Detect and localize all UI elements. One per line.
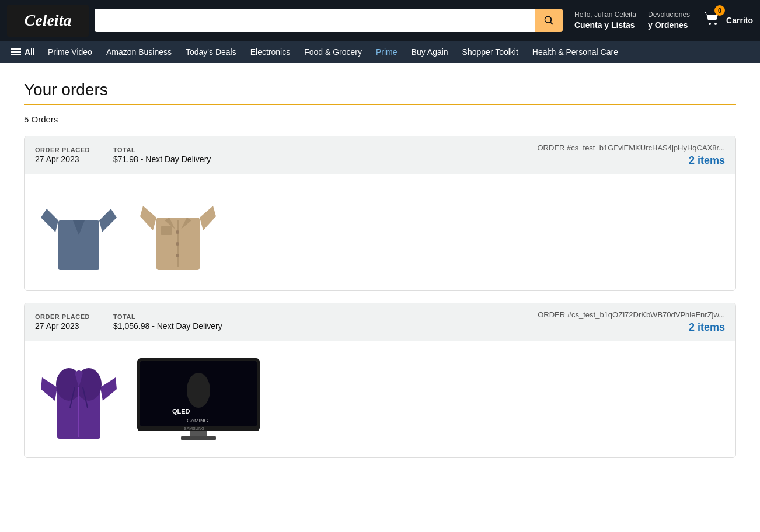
nav-item-health-personal-care[interactable]: Health & Personal Care	[527, 41, 624, 63]
order-card-2: ORDER PLACED 27 Apr 2023 TOTAL $1,056.98…	[24, 303, 736, 458]
nav-item-buy-again[interactable]: Buy Again	[406, 41, 454, 63]
returns-info[interactable]: Devoluciones y Ordenes	[648, 10, 690, 31]
all-nav-label: All	[25, 47, 35, 57]
svg-point-1	[714, 23, 717, 25]
order-id-prefix-2: ORDER #	[538, 310, 571, 319]
jacket-icon	[140, 188, 216, 276]
svg-rect-22	[78, 387, 79, 437]
svg-point-13	[176, 242, 179, 246]
nav-item-electronics[interactable]: Electronics	[245, 41, 296, 63]
nav-item-shopper-toolkit[interactable]: Shopper Toolkit	[456, 41, 524, 63]
title-divider	[24, 104, 736, 105]
order-id-block-1: ORDER #cs_test_b1GFviEMKUrcHAS4jpHyHqCAX…	[538, 144, 726, 167]
svg-point-30	[187, 373, 210, 408]
order-id-value-1: cs_test_b1GFviEMKUrcHAS4jpHyHqCAX8r...	[571, 144, 725, 152]
logo-text: Celeita	[25, 11, 72, 30]
svg-point-0	[709, 23, 711, 25]
order-meta-2: ORDER PLACED 27 Apr 2023 TOTAL $1,056.98…	[35, 313, 222, 331]
search-input[interactable]	[95, 9, 535, 32]
product-image-shirt[interactable]	[35, 186, 123, 279]
order-id-text-1: ORDER #cs_test_b1GFviEMKUrcHAS4jpHyHqCAX…	[538, 144, 726, 152]
svg-point-12	[176, 230, 179, 234]
main-content: Your orders 5 Orders ORDER PLACED 27 Apr…	[12, 63, 748, 487]
order-body-2: QLED GAMING SAMSUNG	[25, 341, 735, 457]
svg-marker-17	[41, 377, 57, 401]
svg-marker-7	[140, 206, 156, 230]
svg-text:SAMSUNG: SAMSUNG	[184, 426, 204, 430]
search-bar	[95, 9, 563, 32]
nav-item-amazon-business[interactable]: Amazon Business	[100, 41, 177, 63]
order-card-1: ORDER PLACED 27 Apr 2023 TOTAL $71.98 - …	[24, 136, 736, 291]
search-icon	[543, 15, 555, 26]
returns-main-label: y Ordenes	[648, 20, 690, 32]
order-total-label-2: TOTAL	[113, 313, 222, 320]
svg-rect-26	[181, 436, 216, 440]
search-button[interactable]	[535, 9, 563, 32]
order-total-block-1: TOTAL $71.98 - Next Day Delivery	[113, 146, 211, 164]
header-right: Hello, Julian Celeita Cuenta y Listas De…	[574, 9, 753, 32]
svg-rect-15	[161, 226, 172, 235]
order-total-block-2: TOTAL $1,056.98 - Next Day Delivery	[113, 313, 222, 331]
svg-marker-3	[41, 209, 58, 232]
product-image-hoodie[interactable]	[35, 352, 123, 446]
account-main-label: Cuenta y Listas	[574, 20, 636, 32]
cart-icon-wrap: 0	[702, 9, 723, 32]
order-placed-block-1: ORDER PLACED 27 Apr 2023	[35, 146, 90, 164]
logo[interactable]: Celeita	[7, 5, 89, 37]
svg-marker-8	[200, 206, 216, 230]
svg-text:QLED: QLED	[172, 408, 190, 415]
cart-label: Carrito	[726, 16, 753, 25]
nav-item-prime-video[interactable]: Prime Video	[42, 41, 98, 63]
svg-text:GAMING: GAMING	[187, 418, 208, 424]
order-header-1: ORDER PLACED 27 Apr 2023 TOTAL $71.98 - …	[25, 136, 735, 174]
nav-item-food-grocery[interactable]: Food & Grocery	[298, 41, 368, 63]
product-image-monitor[interactable]: QLED GAMING SAMSUNG	[134, 352, 263, 446]
order-id-prefix-1: ORDER #	[538, 144, 571, 152]
order-placed-block-2: ORDER PLACED 27 Apr 2023	[35, 313, 90, 331]
svg-point-14	[176, 254, 179, 257]
cart-badge: 0	[714, 5, 725, 16]
nav-item-prime[interactable]: Prime	[370, 41, 403, 63]
order-placed-date-2: 27 Apr 2023	[35, 321, 90, 331]
order-meta-1: ORDER PLACED 27 Apr 2023 TOTAL $71.98 - …	[35, 146, 211, 164]
cart-area[interactable]: 0 Carrito	[702, 9, 753, 32]
orders-count: 5 Orders	[24, 114, 736, 124]
navbar: All Prime Video Amazon Business Today's …	[0, 41, 760, 63]
order-total-label-1: TOTAL	[113, 146, 211, 153]
order-total-value-2: $1,056.98 - Next Day Delivery	[113, 321, 222, 331]
shirt-icon	[41, 188, 117, 276]
nav-item-todays-deals[interactable]: Today's Deals	[180, 41, 242, 63]
hoodie-icon	[41, 355, 117, 443]
hamburger-menu[interactable]: All	[6, 41, 40, 63]
monitor-icon: QLED GAMING SAMSUNG	[134, 355, 263, 443]
order-total-value-1: $71.98 - Next Day Delivery	[113, 155, 211, 164]
order-header-2: ORDER PLACED 27 Apr 2023 TOTAL $1,056.98…	[25, 303, 735, 341]
order-placed-date-1: 27 Apr 2023	[35, 155, 90, 164]
order-placed-label-2: ORDER PLACED	[35, 313, 90, 320]
page-title: Your orders	[24, 80, 736, 99]
order-items-count-1[interactable]: 2 items	[538, 155, 726, 167]
order-id-block-2: ORDER #cs_test_b1qOZi72DrKbWB70dVPhleEnr…	[538, 310, 725, 334]
header: Celeita Hello, Julian Celeita Cuenta y L…	[0, 0, 760, 41]
order-placed-label-1: ORDER PLACED	[35, 146, 90, 153]
svg-marker-4	[99, 209, 117, 232]
order-body-1	[25, 174, 735, 290]
order-items-count-2[interactable]: 2 items	[538, 321, 725, 334]
account-info[interactable]: Hello, Julian Celeita Cuenta y Listas	[574, 10, 636, 31]
greeting-text: Hello, Julian Celeita	[574, 10, 636, 20]
order-id-value-2: cs_test_b1qOZi72DrKbWB70dVPhleEnrZjw...	[571, 310, 725, 319]
returns-top-label: Devoluciones	[648, 10, 690, 20]
order-id-text-2: ORDER #cs_test_b1qOZi72DrKbWB70dVPhleEnr…	[538, 310, 725, 319]
hamburger-icon	[11, 48, 21, 55]
product-image-jacket[interactable]	[134, 186, 222, 279]
svg-marker-18	[100, 377, 117, 401]
